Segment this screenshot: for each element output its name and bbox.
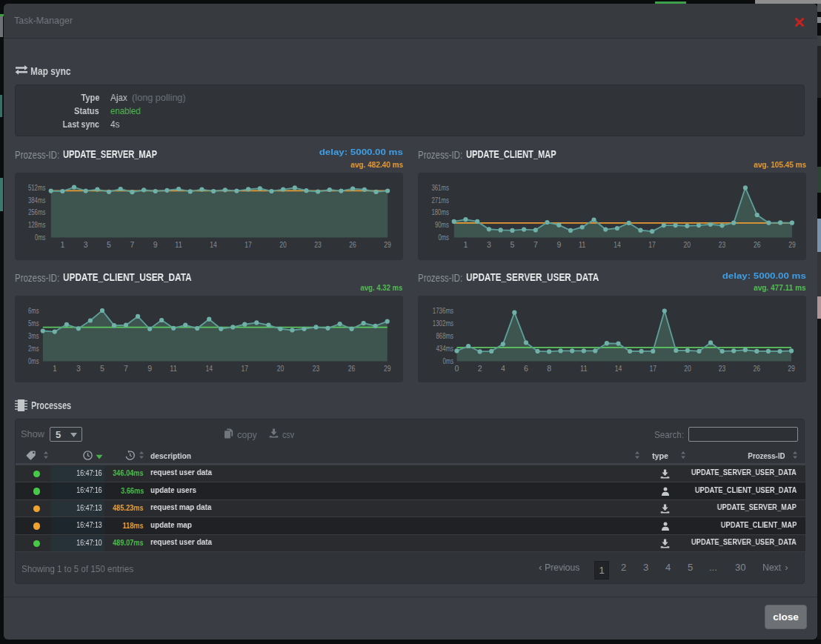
svg-text:29: 29 — [788, 240, 796, 249]
svg-text:9: 9 — [147, 364, 152, 373]
svg-text:14: 14 — [210, 240, 217, 249]
svg-text:26: 26 — [754, 240, 761, 249]
svg-text:512ms: 512ms — [28, 183, 46, 192]
svg-text:17: 17 — [245, 240, 252, 249]
svg-text:11: 11 — [175, 240, 182, 249]
svg-text:2: 2 — [478, 364, 482, 373]
svg-text:26: 26 — [348, 364, 356, 373]
svg-text:3: 3 — [76, 364, 81, 373]
svg-text:0: 0 — [455, 364, 459, 373]
svg-text:4: 4 — [501, 364, 505, 373]
svg-text:17: 17 — [649, 364, 657, 373]
svg-text:5: 5 — [107, 240, 111, 249]
svg-text:7: 7 — [124, 364, 128, 373]
svg-text:180ms: 180ms — [431, 208, 449, 216]
svg-text:7: 7 — [534, 240, 538, 249]
svg-text:23: 23 — [719, 364, 726, 373]
svg-text:7: 7 — [130, 240, 134, 249]
svg-text:361ms: 361ms — [431, 183, 449, 192]
svg-text:384ms: 384ms — [28, 196, 46, 205]
svg-text:1736ms: 1736ms — [433, 306, 453, 315]
svg-text:14: 14 — [615, 364, 622, 373]
svg-text:90ms: 90ms — [435, 220, 449, 229]
svg-text:0ms: 0ms — [28, 356, 39, 365]
svg-text:9: 9 — [556, 240, 561, 249]
svg-text:11: 11 — [580, 364, 588, 373]
svg-text:17: 17 — [242, 364, 249, 373]
svg-text:3: 3 — [84, 240, 88, 249]
svg-text:20: 20 — [684, 240, 691, 249]
svg-text:23: 23 — [719, 240, 726, 249]
svg-text:20: 20 — [279, 240, 287, 249]
svg-text:11: 11 — [579, 240, 586, 249]
svg-text:1: 1 — [463, 240, 468, 249]
svg-text:23: 23 — [314, 240, 322, 249]
svg-text:29: 29 — [384, 364, 391, 373]
svg-text:26: 26 — [754, 364, 761, 373]
svg-text:29: 29 — [788, 364, 795, 373]
svg-text:23: 23 — [313, 364, 320, 373]
svg-text:1: 1 — [60, 240, 64, 249]
svg-text:434ms: 434ms — [436, 344, 454, 353]
svg-text:5: 5 — [510, 240, 514, 249]
svg-text:9: 9 — [153, 240, 158, 249]
svg-text:5ms: 5ms — [28, 319, 39, 328]
svg-text:2ms: 2ms — [28, 344, 39, 353]
svg-text:0ms: 0ms — [438, 233, 449, 242]
svg-text:14: 14 — [614, 240, 621, 249]
svg-text:29: 29 — [384, 240, 391, 249]
svg-text:6: 6 — [524, 364, 528, 373]
svg-text:14: 14 — [205, 364, 213, 373]
svg-text:5: 5 — [100, 364, 104, 373]
svg-text:1: 1 — [53, 364, 57, 373]
svg-text:0ms: 0ms — [443, 356, 454, 365]
svg-text:868ms: 868ms — [436, 331, 454, 340]
svg-text:271ms: 271ms — [431, 196, 449, 205]
svg-text:256ms: 256ms — [28, 208, 46, 216]
svg-text:20: 20 — [684, 364, 691, 373]
svg-text:3: 3 — [487, 240, 491, 249]
svg-text:20: 20 — [277, 364, 285, 373]
svg-text:0ms: 0ms — [35, 233, 46, 242]
svg-text:11: 11 — [170, 364, 177, 373]
svg-text:6ms: 6ms — [28, 306, 39, 315]
svg-text:17: 17 — [648, 240, 656, 249]
svg-text:1302ms: 1302ms — [433, 319, 453, 328]
svg-text:3ms: 3ms — [28, 331, 39, 340]
svg-text:128ms: 128ms — [28, 220, 46, 229]
svg-text:8: 8 — [547, 364, 551, 373]
svg-text:26: 26 — [349, 240, 356, 249]
